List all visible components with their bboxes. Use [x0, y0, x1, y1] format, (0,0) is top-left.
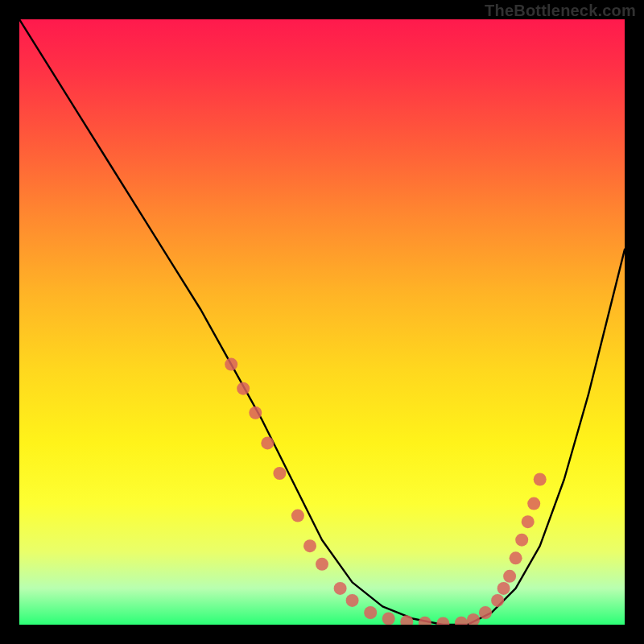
data-marker — [346, 594, 359, 607]
data-marker — [515, 534, 528, 547]
data-marker — [497, 582, 510, 595]
data-marker — [237, 382, 250, 395]
data-marker — [382, 613, 395, 625]
data-marker — [261, 436, 274, 449]
data-marker — [491, 594, 504, 607]
data-marker — [534, 473, 547, 486]
data-marker — [316, 558, 328, 571]
data-marker — [436, 617, 449, 625]
data-marker — [522, 515, 535, 528]
data-marker — [503, 570, 516, 583]
data-marker — [419, 617, 431, 625]
data-marker — [225, 358, 237, 371]
watermark-text: TheBottleneck.com — [485, 2, 636, 20]
data-marker — [291, 510, 304, 522]
data-marker — [527, 497, 540, 510]
data-marker — [273, 467, 286, 480]
data-marker — [364, 606, 377, 619]
data-marker — [303, 539, 316, 552]
bottleneck-curve — [19, 19, 625, 625]
data-marker — [400, 615, 413, 625]
chart-area — [19, 19, 625, 625]
data-marker — [455, 617, 468, 625]
data-marker — [510, 551, 522, 564]
chart-svg — [19, 19, 625, 625]
marker-group — [225, 358, 547, 625]
data-marker — [479, 606, 492, 619]
data-marker — [249, 407, 262, 419]
data-marker — [467, 613, 480, 625]
data-marker — [334, 582, 347, 595]
